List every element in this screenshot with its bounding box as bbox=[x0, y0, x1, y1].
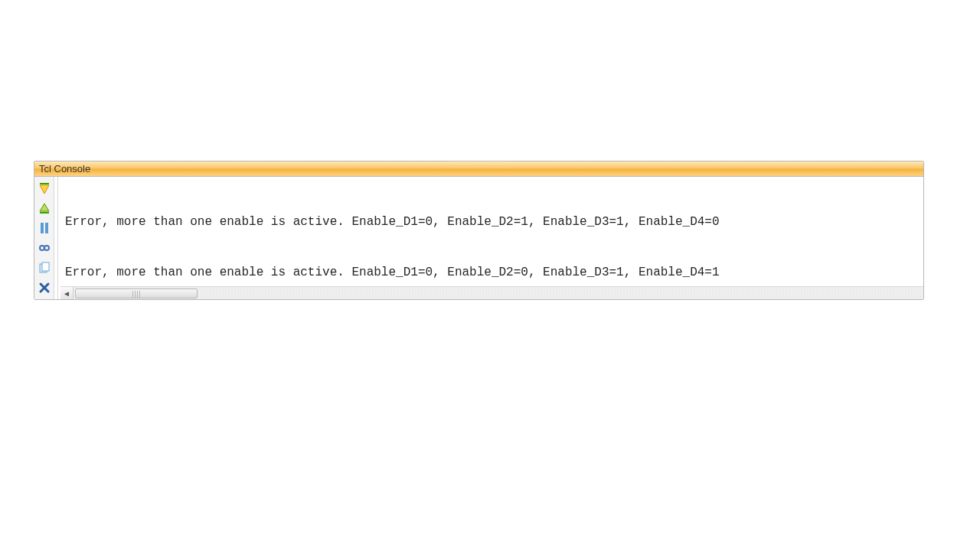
svg-marker-2 bbox=[40, 204, 49, 211]
console-sidebar bbox=[34, 177, 54, 299]
run-icon[interactable] bbox=[36, 180, 53, 197]
paste-icon[interactable] bbox=[36, 259, 53, 276]
horizontal-scrollbar[interactable]: ◄ bbox=[60, 286, 923, 299]
console-line: Error, more than one enable is active. E… bbox=[65, 214, 919, 230]
scroll-thumb[interactable] bbox=[75, 289, 198, 298]
run-to-icon[interactable] bbox=[36, 200, 53, 217]
panel-body: Error, more than one enable is active. E… bbox=[34, 177, 923, 299]
console-scroll-area[interactable]: Error, more than one enable is active. E… bbox=[60, 177, 923, 299]
scroll-track[interactable] bbox=[74, 287, 923, 300]
console-output: Error, more than one enable is active. E… bbox=[60, 177, 923, 299]
scroll-left-icon[interactable]: ◄ bbox=[60, 287, 74, 300]
svg-marker-1 bbox=[40, 185, 49, 194]
pause-icon[interactable] bbox=[36, 220, 53, 236]
svg-rect-4 bbox=[41, 223, 44, 233]
svg-rect-0 bbox=[40, 183, 49, 184]
panel-title: Tcl Console bbox=[39, 163, 90, 174]
svg-point-7 bbox=[44, 246, 49, 250]
panel-title-bar[interactable]: Tcl Console bbox=[34, 161, 923, 177]
svg-rect-5 bbox=[45, 223, 48, 233]
divider bbox=[57, 177, 58, 299]
console-line: Error, more than one enable is active. E… bbox=[65, 264, 919, 281]
tcl-console-panel: Tcl Console Error, bbox=[34, 161, 924, 300]
svg-rect-3 bbox=[40, 212, 49, 214]
clear-icon[interactable] bbox=[36, 279, 53, 296]
link-icon[interactable] bbox=[36, 240, 53, 256]
svg-rect-9 bbox=[42, 262, 49, 271]
